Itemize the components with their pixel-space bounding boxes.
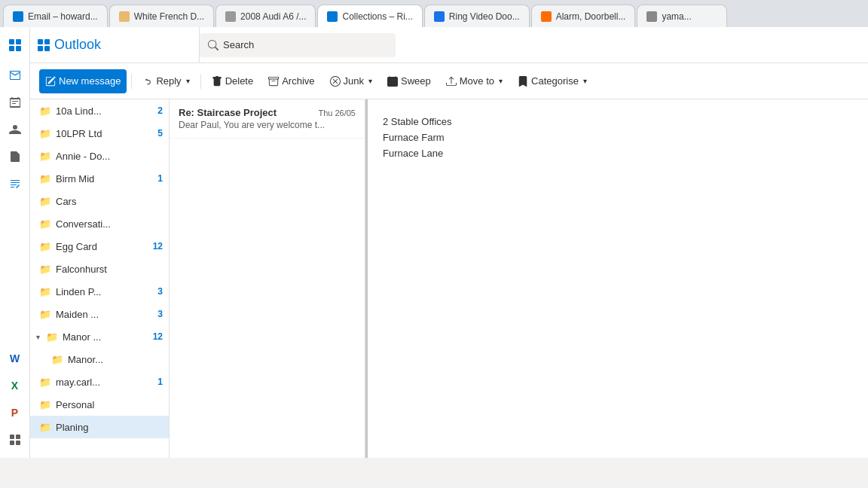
archive-button[interactable]: Archive: [262, 69, 320, 93]
folder-conversations[interactable]: 📁 Conversati...: [30, 212, 169, 235]
folder-cars[interactable]: 📁 Cars: [30, 190, 169, 212]
folder-badge: 1: [151, 377, 163, 387]
address-line-1: 2 Stable Offices: [383, 114, 853, 130]
collapse-arrow[interactable]: ▾: [36, 333, 40, 341]
folder-10lpr[interactable]: 📁 10LPR Ltd 5: [30, 122, 169, 145]
tab-ring[interactable]: Ring Video Doo...: [424, 5, 530, 27]
more-apps-icon[interactable]: [3, 428, 27, 452]
tab-label: yama...: [662, 11, 691, 22]
tab-email[interactable]: Email – howard...: [3, 5, 108, 27]
folder-name: Manor ...: [63, 331, 146, 343]
junk-caret[interactable]: ▾: [368, 77, 372, 85]
folder-may-carl[interactable]: 📁 may.carl... 1: [30, 371, 169, 393]
outlook-grid-button[interactable]: [3, 33, 27, 57]
delete-button[interactable]: Delete: [206, 69, 260, 93]
delete-icon: [212, 76, 222, 87]
tab-audi[interactable]: 2008 Audi A6 /...: [215, 5, 316, 27]
tab-white-french[interactable]: White French D...: [109, 5, 214, 27]
folder-name: Planing: [56, 422, 146, 433]
email-list-item[interactable]: Re: Staircase Project Thu 26/05 Dear Pau…: [170, 99, 365, 139]
folder-icon: 📁: [39, 196, 51, 207]
folder-name: may.carl...: [56, 377, 146, 388]
search-input[interactable]: [223, 39, 374, 50]
tab-label: Alarm, Doorbell...: [556, 11, 626, 22]
tab-alarm[interactable]: Alarm, Doorbell...: [531, 5, 636, 27]
folder-manor-sub[interactable]: 📁 Manor...: [30, 348, 169, 371]
todo-nav-icon[interactable]: [3, 172, 27, 196]
junk-icon: [330, 76, 341, 87]
svg-rect-0: [10, 435, 14, 439]
mail-nav-icon[interactable]: [3, 63, 27, 87]
reading-pane: 2 Stable Offices Furnace Farm Furnace La…: [368, 99, 868, 458]
folder-name: Personal: [56, 399, 146, 410]
tab-label: Email – howard...: [28, 11, 98, 22]
svg-rect-1: [16, 435, 20, 439]
new-message-button[interactable]: New message: [39, 69, 127, 93]
toolbar-divider-1: [131, 74, 132, 89]
tab-label: 2008 Audi A6 /...: [240, 11, 306, 22]
folder-badge: 12: [151, 241, 163, 252]
folder-egg-card[interactable]: 📁 Egg Card 12: [30, 235, 169, 258]
folder-annie[interactable]: 📁 Annie - Do...: [30, 145, 169, 167]
compose-icon: [45, 76, 56, 87]
folder-planing[interactable]: 📁 Planing: [30, 416, 169, 438]
sweep-icon: [387, 76, 398, 87]
folder-manor-parent[interactable]: ▾ 📁 Manor ... 12: [30, 325, 169, 348]
sweep-label: Sweep: [401, 75, 431, 87]
categorise-caret[interactable]: ▾: [583, 77, 587, 85]
folder-name: Cars: [56, 196, 146, 207]
tab-favicon: [541, 11, 552, 22]
sweep-button[interactable]: Sweep: [381, 69, 437, 93]
folder-name: Manor...: [68, 354, 146, 365]
categorise-button[interactable]: Categorise ▾: [512, 69, 593, 93]
outlook-brand-name: Outlook: [54, 37, 101, 53]
folder-sidebar: 📁 10a Lind... 2 📁 10LPR Ltd 5 📁 Annie - …: [30, 99, 170, 458]
new-message-label: New message: [59, 75, 121, 87]
people-nav-icon[interactable]: [3, 117, 27, 142]
main-toolbar: New message Reply ▾ Delete: [30, 63, 868, 99]
reply-button[interactable]: Reply ▾: [136, 69, 195, 93]
folder-falconhurst[interactable]: 📁 Falconhurst: [30, 258, 169, 280]
app-container: W X P Outlook: [0, 27, 868, 458]
junk-button[interactable]: Junk ▾: [324, 69, 378, 93]
search-bar[interactable]: [200, 33, 396, 57]
toolbar-divider-2: [200, 74, 201, 89]
folder-personal[interactable]: 📁 Personal: [30, 393, 169, 416]
main-layout: 📁 10a Lind... 2 📁 10LPR Ltd 5 📁 Annie - …: [30, 99, 868, 458]
move-to-button[interactable]: Move to ▾: [440, 69, 509, 93]
files-nav-icon[interactable]: [3, 145, 27, 169]
archive-icon: [268, 76, 279, 87]
reply-label: Reply: [156, 75, 181, 87]
browser-tab-bar: Email – howard... White French D... 2008…: [0, 0, 868, 27]
reply-caret[interactable]: ▾: [186, 77, 190, 85]
move-icon: [446, 76, 457, 87]
folder-name: 10a Lind...: [56, 105, 146, 117]
folder-birm-mid[interactable]: 📁 Birm Mid 1: [30, 167, 169, 190]
tab-favicon: [327, 11, 338, 22]
folder-icon: 📁: [39, 151, 51, 162]
folder-icon: 📁: [39, 264, 51, 275]
powerpoint-nav-icon[interactable]: P: [3, 401, 27, 425]
folder-maiden[interactable]: 📁 Maiden ... 3: [30, 303, 169, 325]
word-nav-icon[interactable]: W: [3, 346, 27, 371]
tab-label: Collections – Ri...: [342, 11, 412, 22]
folder-badge: 2: [151, 105, 163, 116]
tab-collections[interactable]: Collections – Ri...: [317, 5, 422, 27]
search-icon: [208, 40, 219, 50]
folder-10a-lind[interactable]: 📁 10a Lind... 2: [30, 99, 169, 122]
move-to-caret[interactable]: ▾: [499, 77, 503, 85]
folder-name: Birm Mid: [56, 173, 146, 185]
folder-icon: 📁: [39, 399, 51, 410]
reply-icon: [142, 76, 153, 87]
tab-label: White French D...: [134, 11, 204, 22]
excel-nav-icon[interactable]: X: [3, 374, 27, 398]
email-preview: Dear Paul, You are very welcome t...: [179, 120, 356, 130]
folder-icon: 📁: [39, 377, 51, 388]
folder-icon: 📁: [39, 309, 51, 320]
tab-label: Ring Video Doo...: [449, 11, 520, 22]
calendar-nav-icon[interactable]: [3, 90, 27, 114]
folder-linden-p[interactable]: 📁 Linden P... 3: [30, 280, 169, 303]
svg-rect-2: [10, 441, 14, 445]
move-to-label: Move to: [460, 75, 494, 87]
tab-yama[interactable]: yama...: [637, 5, 727, 27]
